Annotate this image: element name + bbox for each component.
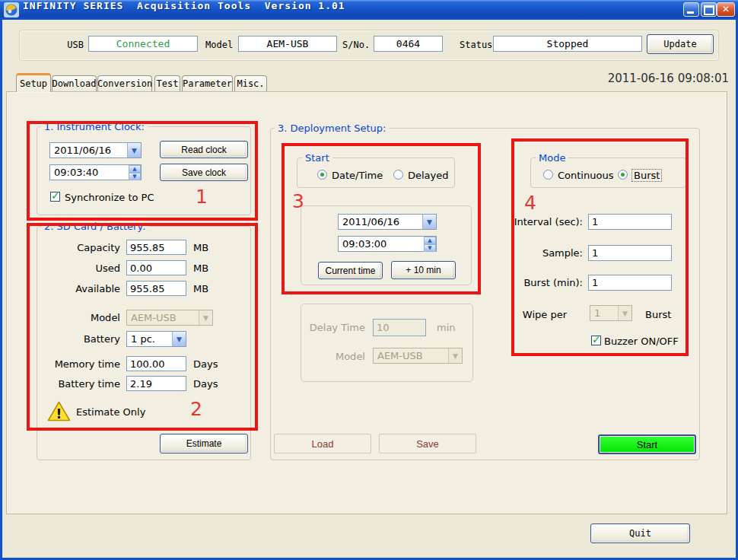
clock-time-spinner[interactable]: 09:03:40 ▲ ▼ [49,164,142,180]
status-value: Stopped [547,38,589,49]
capacity-unit: MB [193,242,208,253]
clock-date-value: 2011/06/16 [50,143,127,158]
wipe-per-label: Wipe per [495,309,567,320]
tab-misc[interactable]: Misc. [234,75,267,91]
start-mode-title: Start [302,152,332,164]
radio-burst[interactable] [618,170,628,180]
usb-status-field: Connected [88,36,198,52]
current-time-button[interactable]: Current time [318,262,383,279]
delay-panel [301,304,473,382]
delay-time-unit: min [437,322,456,333]
model-value: AEM-USB [267,38,309,49]
save-clock-button[interactable]: Save clock [160,164,248,181]
radio-date-time[interactable] [317,170,327,180]
memory-time-unit: Days [193,358,218,370]
clock-time-value: 09:03:40 [50,165,129,180]
sd-model-value: AEM-USB [127,310,199,325]
spin-up-icon[interactable]: ▲ [129,165,141,173]
deployment-setup-title: 3. Deployment Setup: [275,123,389,134]
deploy-time-value: 09:03:00 [339,237,424,251]
close-button[interactable]: ✕ [717,2,735,17]
battery-time-label: Battery time [30,378,120,390]
sample-label: Sample: [495,247,583,259]
delay-time-label: Delay Time [301,322,365,333]
interval-label: Interval (sec): [495,216,583,228]
wipe-per-value: 1 [590,306,618,320]
battery-time-field[interactable] [126,376,186,391]
chevron-down-icon[interactable]: ▼ [127,143,141,158]
estimate-only-note: Estimate Only [76,406,145,418]
check-icon: ✓ [51,189,60,202]
used-label: Used [30,262,120,274]
sd-battery-title: 2. SD Card / Battery: [41,221,149,232]
battery-label: Battery [30,333,120,345]
sd-model-label: Model [30,312,120,323]
serial-label: S/No. [342,40,370,50]
deploy-date-combo[interactable]: 2011/06/16 ▼ [338,214,437,230]
interval-field[interactable] [588,214,672,230]
battery-value: 1 pc. [127,332,172,346]
chevron-down-icon: ▼ [199,310,212,325]
wipe-per-combo: 1 ▼ [590,305,632,321]
memory-time-field[interactable] [126,356,186,371]
usb-label: USB [46,40,84,50]
window-border-left [0,20,2,560]
battery-time-unit: Days [193,378,218,390]
capacity-label: Capacity [30,242,120,253]
status-label: Status [460,40,492,50]
maximize-button[interactable] [701,2,717,17]
current-datetime: 2011-06-16 09:08:01 [561,72,729,85]
spin-up-icon[interactable]: ▲ [424,237,436,244]
tab-parameter[interactable]: Parameter [182,75,233,91]
save-button[interactable]: Save [379,434,476,453]
chevron-down-icon[interactable]: ▼ [172,332,186,346]
sample-field[interactable] [588,245,672,261]
delay-model-value: AEM-USB [374,348,448,363]
spin-down-icon[interactable]: ▼ [424,244,436,252]
sync-to-pc-checkbox[interactable]: ✓ [50,192,60,202]
plus-10-min-button[interactable]: + 10 min [391,261,456,279]
chevron-down-icon[interactable]: ▼ [422,215,436,229]
serial-field: 0464 [374,36,443,52]
sync-to-pc-label: Synchronize to PC [65,192,154,203]
minimize-button[interactable] [683,2,699,17]
chevron-down-icon: ▼ [618,306,631,320]
quit-button[interactable]: Quit [590,523,690,543]
warning-icon: ! [47,401,71,422]
deploy-time-spinner[interactable]: 09:03:00 ▲ ▼ [338,236,437,252]
radio-delayed-label: Delayed [408,170,449,181]
usb-status-value: Connected [116,38,170,49]
close-icon: ✕ [722,4,730,14]
battery-combo[interactable]: 1 pc. ▼ [126,331,186,347]
instrument-clock-title: 1. Instrument Clock: [41,121,148,132]
tab-conversion[interactable]: Conversion [97,75,152,91]
radio-burst-label: Burst [631,169,662,182]
delay-time-field [373,319,426,336]
wipe-per-unit: Burst [645,309,671,320]
read-clock-button[interactable]: Read clock [160,141,248,158]
serial-value: 0464 [396,38,420,49]
buzzer-checkbox[interactable]: ✓ [591,336,601,345]
tab-test[interactable]: Test [154,75,180,91]
estimate-button[interactable]: Estimate [160,434,248,453]
radio-delayed[interactable] [393,170,403,180]
capacity-field[interactable] [126,240,186,255]
used-field[interactable] [126,260,186,275]
clock-date-combo[interactable]: 2011/06/16 ▼ [49,142,142,158]
tab-download[interactable]: Download [52,75,97,91]
buzzer-label: Buzzer ON/OFF [604,336,679,347]
burst-min-label: Burst (min): [495,277,583,288]
radio-continuous[interactable] [543,170,553,180]
title-bar[interactable]: INFINITY SERIES Acquisition Tools Versio… [0,0,738,20]
start-button[interactable]: Start [598,434,696,454]
sd-model-combo: AEM-USB ▼ [126,310,213,326]
load-button[interactable]: Load [274,434,371,453]
burst-min-field[interactable] [588,275,672,291]
update-button[interactable]: Update [647,34,714,54]
tab-setup[interactable]: Setup [16,73,51,92]
spin-down-icon[interactable]: ▼ [129,173,141,180]
application-window: INFINITY SERIES Acquisition Tools Versio… [0,0,738,560]
available-field[interactable] [126,281,186,296]
status-field: Stopped [493,36,642,52]
app-icon [4,2,19,18]
